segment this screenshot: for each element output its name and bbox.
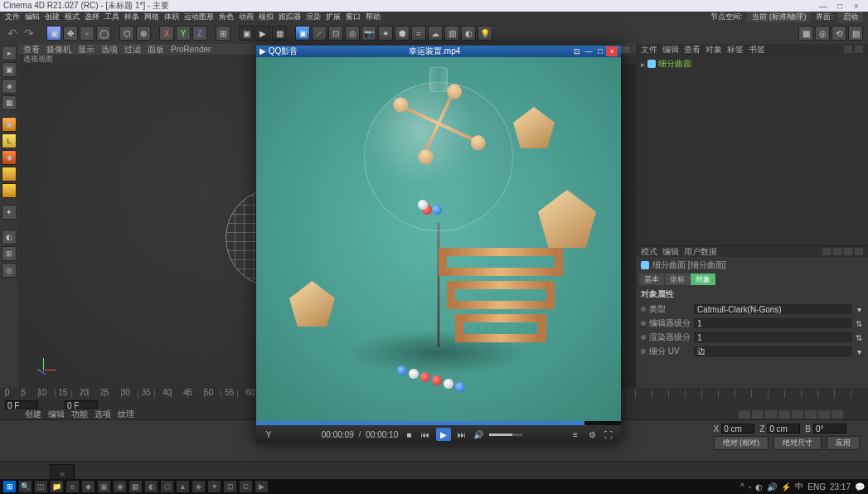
attr-menu-mode[interactable]: 模式 (641, 246, 657, 258)
player-close[interactable]: × (606, 46, 618, 56)
polygon-mode[interactable]: ◆ (2, 150, 17, 165)
search-icon[interactable] (844, 46, 852, 53)
key-button[interactable] (832, 410, 843, 419)
scale-tool[interactable]: ▫ (80, 26, 95, 41)
edge-mode[interactable]: L (2, 133, 17, 148)
object-item-subdivision[interactable]: ▸细分曲面 (641, 58, 863, 70)
generator-tool[interactable]: ⊡ (328, 26, 343, 41)
b-input[interactable]: 0° (813, 424, 846, 433)
video-canvas[interactable] (256, 57, 621, 425)
object-mode[interactable]: ▣ (2, 117, 17, 132)
axis-lock[interactable]: ⊕ (136, 26, 151, 41)
notification-icon[interactable]: 💬 (855, 482, 865, 492)
vp-menu-display[interactable]: 显示 (78, 44, 95, 56)
task-view-icon[interactable]: ◫ (35, 481, 47, 492)
start-button[interactable]: ⊞ (3, 481, 16, 492)
point-mode[interactable]: S (2, 167, 17, 182)
z-axis-toggle[interactable]: Z (192, 26, 207, 41)
coord-mode-1[interactable]: 绝对 (相对) (714, 436, 769, 450)
x-axis-toggle[interactable]: X (159, 26, 174, 41)
player-progress[interactable] (256, 421, 621, 425)
explorer-icon[interactable]: 📁 (51, 481, 63, 492)
timeline-start-input[interactable]: 0 F (5, 400, 38, 409)
qqplayer-taskbar-icon[interactable]: ▶ (255, 481, 268, 492)
content-browser[interactable]: ▦ (798, 26, 813, 41)
volume-icon[interactable]: 🔊 (473, 429, 484, 440)
texture-mode[interactable]: ◈ (2, 79, 17, 94)
workplane-mode[interactable]: ▦ (2, 95, 17, 110)
app-icon[interactable]: ✦ (208, 481, 221, 492)
sub-editor-input[interactable]: 1 (694, 318, 851, 328)
tray-chevron-icon[interactable]: ^ (740, 482, 744, 492)
vp-menu-filter[interactable]: 过滤 (124, 44, 141, 56)
c4d-taskbar-icon[interactable]: C (240, 481, 252, 492)
app-icon[interactable]: ⬡ (161, 481, 173, 492)
chevron-down-icon[interactable]: ▾ (855, 347, 863, 356)
mograph-tool[interactable]: ⬢ (395, 26, 410, 41)
layout-value[interactable]: 启动 (838, 12, 863, 22)
menu-tools[interactable]: 工具 (104, 12, 119, 22)
menu-mode[interactable]: 模式 (65, 12, 80, 22)
play-button[interactable] (765, 410, 777, 419)
menu-render[interactable]: 渲染 (306, 12, 321, 22)
attr-tab-basic[interactable]: 基本 (639, 274, 664, 285)
menu-mograph[interactable]: 运动图形 (184, 12, 214, 22)
z-input[interactable]: 0 cm (767, 424, 800, 433)
obj-tab-edit[interactable]: 编辑 (662, 44, 679, 56)
move-tool[interactable]: ✥ (63, 26, 78, 41)
lang-indicator[interactable]: ENG (807, 482, 826, 492)
live-select-tool[interactable]: ▣ (46, 26, 61, 41)
ime-indicator[interactable]: 中 (795, 481, 803, 492)
type-dropdown[interactable]: Catmull-Clark(N-Gons) (694, 304, 851, 314)
obj-tab-view[interactable]: 查看 (684, 44, 701, 56)
close-button[interactable]: × (848, 2, 865, 11)
reset-layout[interactable]: ⟲ (832, 26, 846, 41)
tray-icon[interactable]: ◐ (755, 482, 763, 492)
attr-menu-edit[interactable]: 编辑 (662, 246, 679, 258)
snap-toggle[interactable]: ⊞ (2, 246, 17, 261)
coord-mode-2[interactable]: 绝对尺寸 (773, 436, 822, 450)
play-icon[interactable]: ▶ (436, 428, 451, 441)
app-icon[interactable]: ◉ (114, 481, 126, 492)
filter-icon[interactable]: Y (263, 429, 274, 440)
app-icon[interactable]: ◐ (145, 481, 158, 492)
settings-icon[interactable]: ⚙ (586, 429, 598, 440)
autokey-button[interactable] (818, 410, 830, 419)
mat-menu-opts[interactable]: 选项 (95, 409, 111, 420)
search-icon[interactable]: 🔍 (19, 481, 32, 492)
play-prev[interactable] (752, 410, 764, 419)
obj-tab-tags[interactable]: 标签 (727, 44, 744, 56)
minimize-button[interactable]: — (815, 2, 832, 11)
app-icon[interactable]: ▣ (98, 481, 110, 492)
enable-axis[interactable]: ✦ (2, 205, 17, 220)
menu-help[interactable]: 帮助 (366, 12, 381, 22)
menu-file[interactable]: 文件 (5, 12, 20, 22)
video-player-window[interactable]: ▶ QQ影音 幸运装置.mp4 ⊡ — □ × (256, 46, 621, 443)
volume-slider[interactable] (489, 433, 522, 436)
undo-button[interactable]: ↶ (5, 26, 20, 41)
menu-tracker[interactable]: 跟踪器 (279, 12, 301, 22)
menu-volume[interactable]: 体积 (164, 12, 179, 22)
obj-tab-bookmarks[interactable]: 书签 (749, 44, 765, 56)
render-view[interactable]: ▣ (239, 26, 254, 41)
menu-window[interactable]: 窗口 (346, 12, 361, 22)
render-settings[interactable]: ▦ (272, 26, 287, 41)
workplane-toggle[interactable]: ◎ (2, 263, 17, 278)
stop-icon[interactable]: ■ (403, 429, 415, 440)
playlist-icon[interactable]: ≡ (570, 429, 581, 440)
mat-menu-tex[interactable]: 纹理 (118, 409, 134, 420)
store-icon[interactable]: ◎ (815, 26, 830, 41)
fullscreen-icon[interactable]: ⛶ (603, 429, 614, 440)
menu-mesh[interactable]: 网格 (144, 12, 159, 22)
cube-primitive[interactable]: ▣ (295, 26, 310, 41)
mat-menu-edit[interactable]: 编辑 (48, 409, 65, 420)
menu-edit[interactable]: 编辑 (25, 12, 40, 22)
attr-back[interactable] (822, 248, 831, 255)
attr-menu-userdata[interactable]: 用户数据 (684, 246, 717, 258)
x-input[interactable]: 0 cm (721, 424, 754, 433)
obj-tab-objects[interactable]: 对象 (706, 44, 722, 56)
obj-tab-file[interactable]: 文件 (641, 44, 657, 56)
camera-tool[interactable]: 📷 (361, 26, 376, 41)
menu-character[interactable]: 角色 (219, 12, 234, 22)
subdivision-tool[interactable]: ◎ (345, 26, 360, 41)
